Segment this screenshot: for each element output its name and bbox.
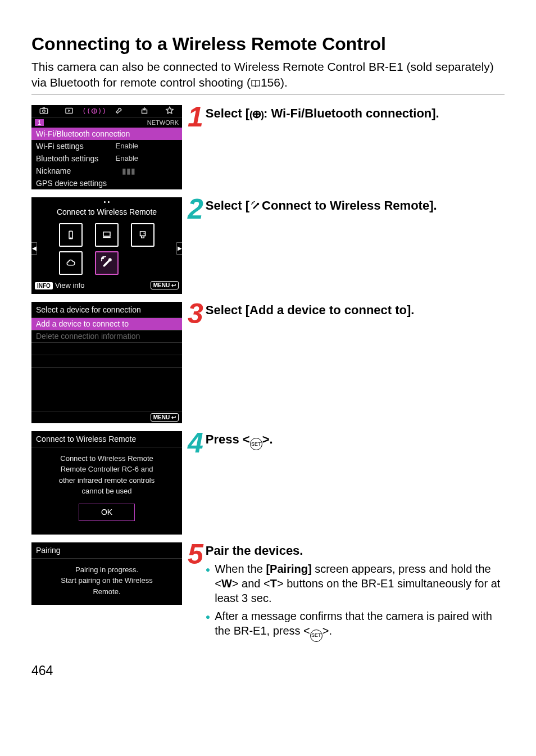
- step-number-1: 1: [188, 105, 202, 129]
- menu-item-gps[interactable]: GPS device settings: [31, 177, 182, 189]
- page-dots: • •: [31, 197, 182, 206]
- step-number-4: 4: [188, 431, 202, 455]
- step-5-text: Pair the devices. When the [Pairing] scr…: [206, 542, 505, 645]
- subtab-1: 1: [35, 119, 44, 126]
- panel3-head: Select a device for connection: [31, 302, 182, 318]
- panel4-line2: Remote Controller RC-6 and: [38, 464, 175, 475]
- screenshot-5: Pairing Pairing in progress. Start pairi…: [31, 542, 182, 605]
- antenna-icon: (ⴲ): [249, 109, 264, 121]
- panel4-line4: cannot be used: [38, 486, 175, 497]
- book-icon: [251, 79, 261, 88]
- tab-custom-icon: [132, 105, 157, 117]
- page-number: 464: [31, 663, 505, 678]
- screenshot-2: • • Connect to Wireless Remote ◀ ▶ INFOV…: [31, 197, 182, 294]
- page-title: Connecting to a Wireless Remote Control: [31, 34, 505, 55]
- step-3-text: Select [Add a device to connect to].: [206, 302, 415, 318]
- panel4-line3: other infrared remote controls: [38, 475, 175, 486]
- empty-row: [31, 367, 182, 379]
- svg-rect-6: [103, 232, 110, 236]
- svg-point-11: [257, 203, 259, 205]
- step-4-text: Press <SET>.: [206, 431, 273, 450]
- menu-item-bluetooth-settings[interactable]: Bluetooth settingsEnable: [31, 152, 182, 165]
- panel4-line1: Connect to Wireless Remote: [38, 453, 175, 464]
- step5-bullet-1: When the [Pairing] screen appears, press…: [206, 562, 505, 605]
- step5-bullet-2: After a message confirms that the camera…: [206, 609, 505, 642]
- svg-point-9: [108, 258, 112, 261]
- svg-rect-0: [40, 108, 48, 114]
- menu-item-wifi-bt-connection[interactable]: Wi-Fi/Bluetooth connection: [31, 128, 182, 140]
- step-1-text: Select [(ⴲ): Wi-Fi/Bluetooth connection]…: [206, 105, 439, 121]
- network-label: NETWORK: [147, 119, 179, 126]
- empty-row: [31, 355, 182, 367]
- set-button-icon: SET: [310, 630, 322, 642]
- nav-right-icon[interactable]: ▶: [176, 242, 182, 255]
- tab-camera-icon: [31, 105, 57, 117]
- tab-star-icon: [157, 105, 182, 117]
- svg-point-1: [43, 110, 46, 113]
- step-2-text: Select [Connect to Wireless Remote].: [206, 197, 437, 213]
- tab-play-icon: [57, 105, 82, 117]
- panel5-head: Pairing: [31, 542, 182, 558]
- screenshot-1: ((ⴲ)) 1 NETWORK Wi-Fi/Bluetooth connecti…: [31, 105, 182, 189]
- panel4-head: Connect to Wireless Remote: [31, 431, 182, 447]
- empty-row: [31, 342, 182, 355]
- device-computer-icon[interactable]: [95, 223, 119, 247]
- panel5-line3: Remote.: [38, 586, 175, 597]
- device-cloud-icon[interactable]: [59, 251, 83, 275]
- device-printer-icon[interactable]: [131, 223, 155, 247]
- menu-back-button[interactable]: MENU ↩: [151, 413, 179, 422]
- step-number-5: 5: [188, 542, 202, 567]
- menu-item-delete-info: Delete connection information: [31, 330, 182, 342]
- menu-item-wifi-settings[interactable]: Wi-Fi settingsEnable: [31, 140, 182, 152]
- nav-left-icon[interactable]: ◀: [31, 242, 37, 255]
- intro-text: This camera can also be connected to Wir…: [31, 59, 505, 91]
- info-button[interactable]: INFOView info: [35, 281, 84, 289]
- panel5-line2: Start pairing on the Wireless: [38, 575, 175, 586]
- panel2-title: Connect to Wireless Remote: [31, 206, 182, 220]
- tab-wireless-icon: ((ⴲ)): [81, 105, 107, 117]
- tab-wrench-icon: [107, 105, 132, 117]
- device-smartphone-icon[interactable]: [59, 223, 83, 247]
- remote-icon: [249, 201, 262, 212]
- menu-back-button[interactable]: MENU ↩: [151, 281, 179, 289]
- step-number-3: 3: [188, 302, 202, 326]
- menu-item-nickname[interactable]: Nickname▮▮▮: [31, 165, 182, 177]
- set-button-icon: SET: [250, 438, 262, 450]
- screenshot-4: Connect to Wireless Remote Connect to Wi…: [31, 431, 182, 535]
- svg-rect-8: [140, 232, 146, 236]
- panel5-line1: Pairing in progress.: [38, 564, 175, 576]
- step-number-2: 2: [188, 197, 202, 221]
- device-remote-icon[interactable]: [95, 251, 119, 275]
- menu-item-add-device[interactable]: Add a device to connect to: [31, 318, 182, 330]
- screenshot-3: Select a device for connection Add a dev…: [31, 302, 182, 423]
- ok-button[interactable]: OK: [79, 504, 135, 521]
